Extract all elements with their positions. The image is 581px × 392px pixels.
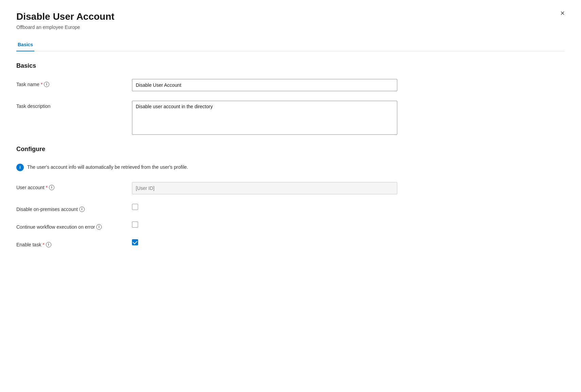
enable-task-control — [132, 239, 138, 245]
task-description-group: Task description Disable user account in… — [16, 101, 565, 136]
enable-task-label: Enable task * i — [16, 239, 132, 247]
disable-on-premises-control — [132, 204, 138, 210]
close-button[interactable]: × — [558, 8, 567, 18]
continue-on-error-checkbox[interactable] — [132, 222, 138, 228]
page-title: Disable User Account — [16, 11, 565, 22]
panel: Disable User Account Offboard an employe… — [0, 0, 581, 392]
task-name-control — [132, 79, 397, 91]
user-account-group: User account * i — [16, 182, 565, 194]
tabs: Basics — [16, 38, 565, 51]
disable-on-premises-checkbox[interactable] — [132, 204, 138, 210]
task-description-label: Task description — [16, 101, 132, 109]
enable-task-group: Enable task * i — [16, 239, 565, 247]
configure-section: Configure i The user's account info will… — [16, 146, 565, 247]
user-account-input — [132, 182, 397, 194]
enable-task-required: * — [43, 242, 44, 247]
task-name-required: * — [41, 82, 43, 87]
disable-on-premises-label: Disable on-premises account i — [16, 204, 132, 212]
user-account-control — [132, 182, 397, 194]
task-description-control: Disable user account in the directory — [132, 101, 397, 136]
info-banner-icon: i — [16, 164, 24, 171]
user-account-label: User account * i — [16, 182, 132, 190]
panel-header: Disable User Account Offboard an employe… — [16, 11, 565, 30]
task-name-info-icon[interactable]: i — [44, 82, 49, 87]
enable-task-info-icon[interactable]: i — [46, 242, 51, 247]
configure-section-title: Configure — [16, 146, 565, 153]
disable-on-premises-group: Disable on-premises account i — [16, 204, 565, 212]
disable-on-premises-info-icon[interactable]: i — [79, 207, 85, 212]
user-account-info-icon[interactable]: i — [49, 185, 54, 190]
continue-on-error-group: Continue workflow execution on error i — [16, 222, 565, 230]
continue-on-error-label: Continue workflow execution on error i — [16, 222, 132, 230]
continue-on-error-info-icon[interactable]: i — [96, 224, 102, 230]
basics-section-title: Basics — [16, 62, 565, 69]
task-name-label: Task name * i — [16, 79, 132, 87]
basics-section: Basics Task name * i Task description Di… — [16, 62, 565, 136]
info-banner-text: The user's account info will automatical… — [27, 164, 188, 170]
tab-basics[interactable]: Basics — [16, 38, 34, 51]
task-description-input[interactable]: Disable user account in the directory — [132, 101, 397, 135]
user-account-required: * — [46, 185, 47, 190]
panel-subtitle: Offboard an employee Europe — [16, 24, 565, 30]
task-name-group: Task name * i — [16, 79, 565, 91]
task-name-input[interactable] — [132, 79, 397, 91]
info-banner: i The user's account info will automatic… — [16, 162, 565, 173]
enable-task-checkbox[interactable] — [132, 239, 138, 245]
continue-on-error-control — [132, 222, 138, 228]
